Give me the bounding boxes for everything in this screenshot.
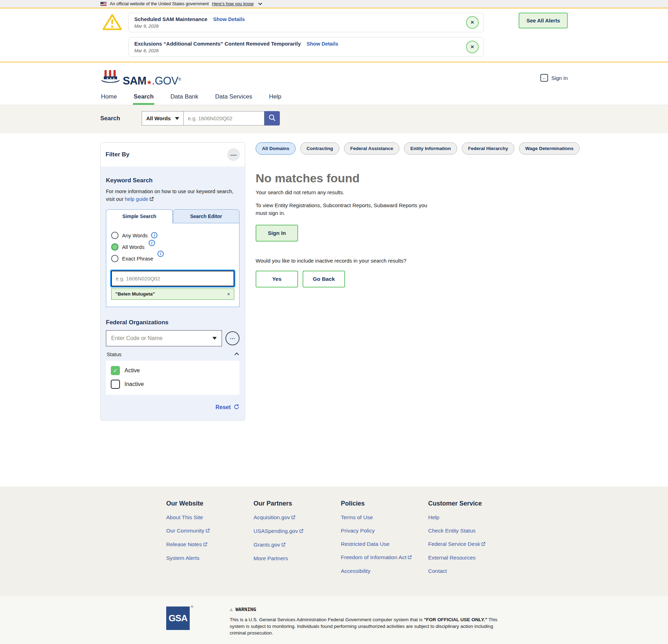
footer-link-accessibility[interactable]: Accessibility [341,568,428,574]
search-submit-button[interactable] [264,111,280,126]
domain-pills: All Domains Contracting Federal Assistan… [256,142,580,155]
nav-item-data-services[interactable]: Data Services [214,89,253,105]
close-icon: × [471,43,474,50]
filter-collapse-button[interactable]: — [227,148,240,161]
pill-entity-information[interactable]: Entity Information [404,142,457,155]
uncle-sam-hat-icon: ★★★ [100,69,121,86]
alert-show-details-link[interactable]: Show Details [213,16,245,22]
warning-triangle-icon [102,13,122,32]
footer-link-release-notes[interactable]: Release Notes [166,541,254,548]
alert-close-button[interactable]: × [466,41,479,53]
gsa-warning-band: GSA ® ⚠ WARNING This is a U.S. General S… [0,596,668,644]
alert-date: Mar 9, 2026 [134,23,459,29]
footer-link-more-partners[interactable]: More Partners [254,555,341,562]
footer-link-grants-gov[interactable]: Grants.gov [254,542,341,548]
pill-wage-determinations[interactable]: Wage Determinations [519,142,580,155]
footer-link-foia[interactable]: Freedom of Information Act [341,554,428,561]
alert-show-details-link[interactable]: Show Details [306,41,338,47]
status-section-label: Status [107,351,122,357]
footer-link-acquisition-gov[interactable]: Acquisition.gov [254,514,341,521]
external-link-icon [205,528,210,534]
external-link-icon [299,528,304,535]
sam-gov-logo[interactable]: ★★★ SAM★.GOV® [100,69,181,86]
chip-remove-icon[interactable]: × [227,291,230,297]
nav-item-home[interactable]: Home [100,89,117,105]
info-icon[interactable]: i [157,251,164,257]
info-icon[interactable]: i [151,232,157,238]
radio-circle-icon[interactable] [111,243,119,251]
keyword-search-tabs: Simple Search Search Editor [106,209,239,223]
alert-card-list: Scheduled SAM Maintenance Show Details M… [128,13,484,57]
federal-organizations-heading: Federal Organizations [106,319,239,326]
footer-link-usaspending-gov[interactable]: USASpending.gov [254,528,341,535]
tab-simple-search[interactable]: Simple Search [106,209,173,223]
chevron-up-icon[interactable] [235,352,239,357]
external-link-icon [481,541,486,548]
gov-banner: An official website of the United States… [0,0,668,8]
checkbox-inactive[interactable]: Inactive [111,380,235,389]
external-link-icon [203,542,208,548]
nav-item-help[interactable]: Help [268,89,282,105]
alert-date: Mar 6, 2026 [134,48,459,53]
footer-link-external-resources[interactable]: External Resources [428,555,515,561]
footer-link-check-entity-status[interactable]: Check Entity Status [428,528,515,534]
filter-by-title: Filter By [106,151,129,158]
radio-circle-icon[interactable] [111,255,119,262]
keyword-chip: "Belen Mulugeta" × [111,289,234,300]
sign-in-link[interactable]: ← Sign In [540,74,568,82]
checkbox-unchecked-icon[interactable] [111,380,120,389]
federal-org-more-button[interactable]: ... [225,331,239,345]
inactive-records-question: Would you like to include inactive recor… [256,258,580,264]
radio-circle-icon[interactable] [111,232,119,239]
help-guide-link[interactable]: help guide [125,196,148,202]
gov-banner-text: An official website of the United States… [110,1,209,6]
footer-link-help[interactable]: Help [428,514,515,521]
search-results: All Domains Contracting Federal Assistan… [256,142,580,287]
footer-column-policies: Policies Terms of Use Privacy Policy Res… [341,500,428,581]
see-all-alerts-button[interactable]: See All Alerts [519,13,568,28]
tab-search-editor[interactable]: Search Editor [173,209,240,223]
alert-close-button[interactable]: × [466,16,479,29]
radio-all-words[interactable]: All Words i [111,243,234,251]
footer-link-about-this-site[interactable]: About This Site [166,514,254,521]
chevron-down-icon[interactable] [258,1,262,5]
simple-search-panel: Any Words i All Words i Exact Phrase i [106,223,239,307]
search-mode-dropdown[interactable]: All Words [142,111,184,126]
footer-link-system-alerts[interactable]: System Alerts [166,555,254,561]
yes-button[interactable]: Yes [256,271,298,287]
pill-federal-hierarchy[interactable]: Federal Hierarchy [462,142,514,155]
warning-heading: ⚠ WARNING [230,606,510,612]
nav-item-search[interactable]: Search [133,89,154,105]
caret-down-icon [212,337,217,340]
go-back-button[interactable]: Go Back [303,271,345,287]
heres-how-you-know-link[interactable]: Here’s how you know [212,1,254,6]
keyword-input[interactable] [111,271,234,286]
info-icon[interactable]: i [149,240,155,246]
global-search-input[interactable] [184,111,264,126]
svg-text:★: ★ [113,77,115,80]
nav-item-data-bank[interactable]: Data Bank [170,89,199,105]
radio-exact-phrase[interactable]: Exact Phrase i [111,255,234,262]
footer-link-privacy-policy[interactable]: Privacy Policy [341,528,428,534]
federal-org-placeholder: Enter Code or Name [111,335,163,341]
logo-wordmark: SAM★.GOV® [123,75,181,86]
alert-title: Exclusions “Additional Comments” Content… [134,41,301,47]
radio-any-words[interactable]: Any Words i [111,232,234,239]
sign-in-button[interactable]: Sign In [256,225,298,242]
pill-all-domains[interactable]: All Domains [256,142,296,155]
reset-filters[interactable]: Reset [106,404,239,411]
footer-link-restricted-data-use[interactable]: Restricted Data Use [341,541,428,547]
checkbox-active[interactable]: ✓ Active [111,366,235,375]
close-icon: × [471,19,474,26]
pill-contracting[interactable]: Contracting [300,142,339,155]
footer-link-our-community[interactable]: Our Community [166,528,254,534]
pill-federal-assistance[interactable]: Federal Assistance [344,142,400,155]
warning-paragraph-1: This is a U.S. General Services Administ… [230,616,510,636]
federal-org-dropdown[interactable]: Enter Code or Name [106,330,222,346]
main-nav: Home Search Data Bank Data Services Help [0,89,668,105]
footer-link-terms-of-use[interactable]: Terms of Use [341,514,428,521]
footer-link-contact[interactable]: Contact [428,568,515,574]
checkbox-checked-icon[interactable]: ✓ [111,366,120,375]
footer-link-federal-service-desk[interactable]: Federal Service Desk [428,541,515,548]
sign-in-label: Sign In [551,75,568,81]
